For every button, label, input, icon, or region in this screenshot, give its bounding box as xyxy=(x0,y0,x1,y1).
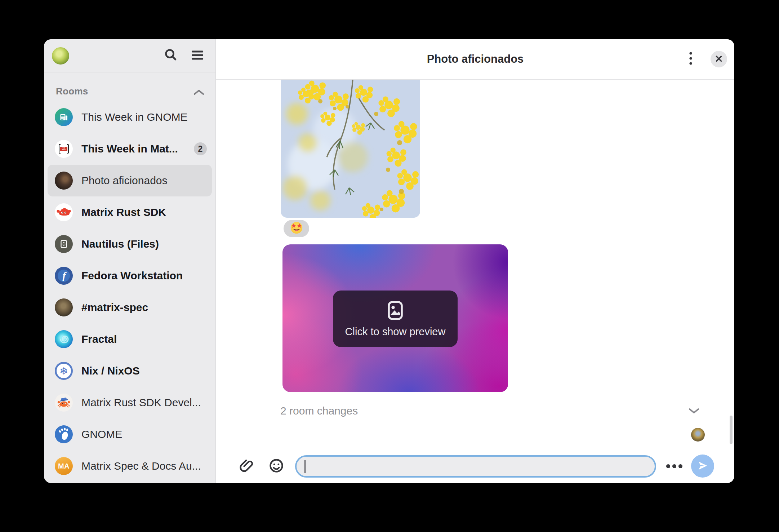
newspaper-avatar-icon xyxy=(55,108,73,126)
reaction-pill[interactable] xyxy=(284,220,309,237)
the-week-avatar-icon: THEWEEK xyxy=(55,140,73,158)
rooms-section-label: Rooms xyxy=(56,86,88,97)
sidebar-item-this-week-in-gnome[interactable]: This Week in GNOME xyxy=(48,101,212,133)
fedora-logo-avatar-icon: f xyxy=(55,267,73,285)
fractal-window: Rooms This Week in GNOME THEWEEK This We… xyxy=(44,39,734,483)
sidebar-item-this-week-in-matrix[interactable]: THEWEEK This Week in Mat... 2 xyxy=(48,133,212,165)
room-name: GNOME xyxy=(81,428,207,440)
close-icon xyxy=(715,55,722,63)
room-name: Nautilus (Files) xyxy=(81,238,207,250)
read-receipt-avatar xyxy=(691,428,705,442)
attach-file-button[interactable] xyxy=(239,457,256,475)
room-name: Photo aficionados xyxy=(81,174,207,187)
sidebar-item-gnome[interactable]: GNOME xyxy=(48,418,212,450)
svg-text:THE: THE xyxy=(63,147,66,149)
sidebar-item-fractal[interactable]: Fractal xyxy=(48,323,212,355)
room-name: Matrix Rust SDK xyxy=(81,206,207,218)
sidebar-item-fedora-workstation[interactable]: f Fedora Workstation xyxy=(48,260,212,292)
main-menu-button[interactable] xyxy=(189,47,206,65)
gnome-foot-avatar-icon xyxy=(55,425,73,443)
room-name: #matrix-spec xyxy=(81,301,207,314)
sidebar-item-nautilus-files[interactable]: Nautilus (Files) xyxy=(48,228,212,260)
blurred-image-message[interactable]: Click to show preview xyxy=(282,244,508,392)
emoji-picker-button[interactable] xyxy=(268,458,284,474)
more-options-button[interactable] xyxy=(664,458,684,474)
expand-room-changes-button[interactable] xyxy=(687,404,701,418)
smiley-icon xyxy=(269,458,284,474)
sidebar-header xyxy=(44,39,215,72)
room-name: Nix / NixOS xyxy=(81,365,207,377)
room-title: Photo aficionados xyxy=(427,53,524,66)
chevron-up-icon[interactable] xyxy=(193,89,204,97)
image-placeholder-icon xyxy=(386,300,405,322)
scrollbar-thumb[interactable] xyxy=(730,416,733,444)
sidebar-item-matrix-spec[interactable]: #matrix-spec xyxy=(48,292,212,323)
photo-message-image[interactable] xyxy=(281,80,420,218)
send-button[interactable] xyxy=(691,455,714,478)
chat-pane: Photo aficionados xyxy=(216,39,734,483)
room-name: Fedora Workstation xyxy=(81,270,207,282)
sidebar-item-matrix-spec-docs[interactable]: MA Matrix Spec & Docs Au... xyxy=(48,450,212,482)
rooms-list: This Week in GNOME THEWEEK This Week in … xyxy=(44,99,215,482)
sidebar-item-matrix-rust-sdk[interactable]: Matrix Rust SDK xyxy=(48,196,212,228)
sidebar-item-photo-aficionados[interactable]: Photo aficionados xyxy=(48,165,212,196)
close-button[interactable] xyxy=(711,51,727,67)
ma-initials-avatar: MA xyxy=(55,457,73,475)
paperclip-icon xyxy=(239,457,255,475)
search-button[interactable] xyxy=(162,47,179,65)
vertical-ellipsis-icon xyxy=(689,52,693,67)
nix-snowflake-avatar-icon: ❄ xyxy=(55,362,73,380)
room-name: Matrix Spec & Docs Au... xyxy=(81,460,207,472)
sidebar: Rooms This Week in GNOME THEWEEK This We… xyxy=(44,39,216,483)
photo-room-avatar xyxy=(55,172,73,190)
room-name: Fractal xyxy=(81,333,207,345)
paper-plane-icon xyxy=(695,458,710,474)
room-header: Photo aficionados xyxy=(216,39,734,80)
fractal-swirl-avatar-icon xyxy=(55,330,73,348)
room-changes-label: 2 room changes xyxy=(280,405,358,417)
file-cabinet-avatar-icon xyxy=(55,235,73,253)
person-photo-avatar xyxy=(55,298,73,316)
room-menu-button[interactable] xyxy=(683,51,699,67)
text-caret xyxy=(304,460,306,473)
message-input[interactable] xyxy=(295,455,656,478)
ferris-crab-avatar-icon xyxy=(55,203,73,221)
crab-with-hat-avatar-icon xyxy=(55,394,73,412)
rooms-section-header: Rooms xyxy=(44,72,215,99)
svg-text:❄: ❄ xyxy=(59,365,68,377)
sidebar-item-nix-nixos[interactable]: ❄ Nix / NixOS xyxy=(48,355,212,387)
sidebar-item-matrix-rust-sdk-developers[interactable]: Matrix Rust SDK Devel... xyxy=(48,387,212,418)
preview-button-label: Click to show preview xyxy=(345,326,446,338)
horizontal-ellipsis-icon xyxy=(664,458,684,474)
unread-count-badge: 2 xyxy=(194,142,207,155)
search-icon xyxy=(163,48,178,64)
hamburger-icon xyxy=(191,50,204,61)
avatar-initials: MA xyxy=(58,462,70,470)
user-avatar[interactable] xyxy=(52,47,69,65)
show-preview-button[interactable]: Click to show preview xyxy=(333,291,458,347)
room-name: This Week in GNOME xyxy=(81,111,207,123)
star-struck-emoji-icon xyxy=(290,221,303,236)
svg-text:WEEK: WEEK xyxy=(62,149,66,151)
room-name: This Week in Mat... xyxy=(81,143,185,155)
message-timeline: Click to show preview 2 room changes xyxy=(216,80,734,483)
chevron-down-icon xyxy=(689,408,699,415)
room-name: Matrix Rust SDK Devel... xyxy=(81,396,207,409)
